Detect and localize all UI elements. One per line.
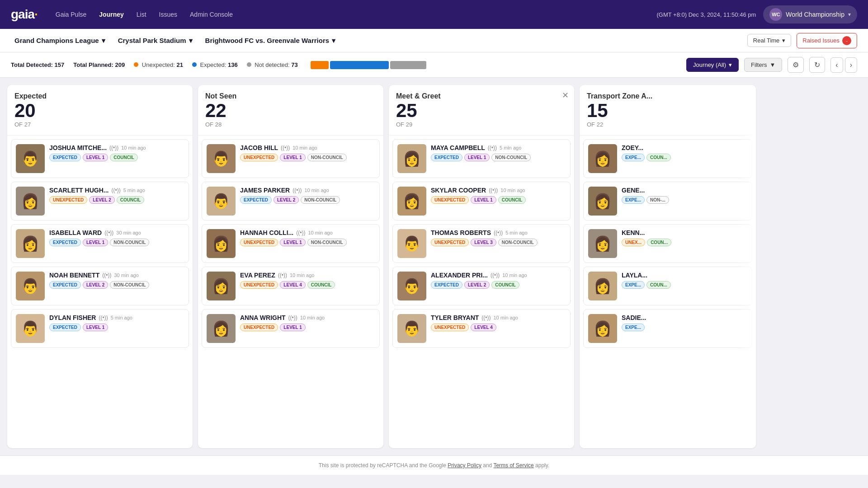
person-tags: UNEXPECTEDLEVEL 4COUNCIL [240, 281, 375, 289]
person-info: HANNAH COLLI... ((•)) 10 min ago UNEXPEC… [240, 229, 375, 246]
logo-text: gaia [11, 7, 34, 21]
person-card[interactable]: 👩 KENN... UNEX...COUN... [583, 224, 752, 263]
person-info: THOMAS ROBERTS ((•)) 5 min ago UNEXPECTE… [431, 229, 566, 246]
header-right: (GMT +8:0) Dec 3, 2024, 11:50:46 pm WC W… [657, 5, 858, 23]
person-info: LAYLA... EXPE...COUN... [622, 272, 747, 289]
avatar: 👩 [16, 229, 45, 258]
column-expected: Expected 20 OF 27 👨 JOSHUA MITCHE... ((•… [7, 85, 193, 448]
nav-admin-console[interactable]: Admin Console [190, 11, 233, 18]
tag: NON-COUNCIL [110, 281, 149, 289]
person-card[interactable]: 👩 MAYA CAMPBELL ((•)) 5 min ago EXPECTED… [392, 139, 571, 178]
real-time-button[interactable]: Real Time ▾ [747, 34, 792, 47]
tag: LEVEL 1 [280, 154, 305, 161]
time-ago: 5 min ago [111, 315, 132, 320]
person-name: TYLER BRYANT [431, 314, 479, 321]
person-tags: EXPE...COUN... [622, 281, 747, 289]
person-card[interactable]: 👨 JOSHUA MITCHE... ((•)) 10 min ago EXPE… [11, 139, 189, 178]
main-nav: Gaia Pulse Journey List Issues Admin Con… [56, 11, 657, 18]
person-card[interactable]: 👨 NOAH BENNETT ((•)) 30 min ago EXPECTED… [11, 267, 189, 305]
close-column-button[interactable]: ✕ [562, 90, 569, 100]
journey-filter-button[interactable]: Journey (All) ▾ [686, 58, 739, 72]
privacy-policy-link[interactable]: Privacy Policy [448, 462, 481, 469]
person-card[interactable]: 👩 SKYLAR COOPER ((•)) 10 min ago UNEXPEC… [392, 182, 571, 221]
avatar: 👩 [207, 229, 236, 258]
nav-gaia-pulse[interactable]: Gaia Pulse [56, 11, 86, 18]
person-card[interactable]: 👩 ANNA WRIGHT ((•)) 10 min ago UNEXPECTE… [202, 309, 380, 348]
person-tags: EXPECTEDLEVEL 1NON-COUNCIL [431, 154, 566, 161]
person-name: SADIE... [622, 314, 646, 321]
real-time-label: Real Time [753, 37, 780, 44]
person-card[interactable]: 👩 ZOEY... EXPE...COUN... [583, 139, 752, 178]
tag: COUNCIL [498, 196, 526, 204]
logo[interactable]: gaia· [11, 7, 38, 22]
column-of-not-seen: OF 28 [205, 121, 376, 128]
tag: UNEXPECTED [431, 324, 469, 331]
person-name: JAMES PARKER [240, 187, 290, 194]
time-ago: 5 min ago [123, 188, 145, 193]
settings-icon-button[interactable]: ⚙ [788, 57, 804, 73]
column-header-expected: Expected 20 OF 27 [7, 85, 193, 136]
total-planned-stat: Total Planned: 209 [73, 61, 125, 68]
person-card[interactable]: 👩 SADIE... EXPE... [583, 309, 752, 348]
column-header-transport-zone: Transport Zone A... 15 OF 22 [580, 85, 756, 136]
time-ago: 30 min ago [114, 272, 138, 278]
column-title-not-seen: Not Seen [205, 92, 376, 100]
person-name-row: SCARLETT HUGH... ((•)) 5 min ago [49, 187, 184, 194]
tag: LEVEL 4 [471, 324, 496, 331]
nav-list[interactable]: List [137, 11, 146, 18]
person-card[interactable]: 👩 HANNAH COLLI... ((•)) 10 min ago UNEXP… [202, 224, 380, 263]
person-card[interactable]: 👨 THOMAS ROBERTS ((•)) 5 min ago UNEXPEC… [392, 224, 571, 263]
person-name-row: DYLAN FISHER ((•)) 5 min ago [49, 314, 184, 321]
person-card[interactable]: 👩 ISABELLA WARD ((•)) 30 min ago EXPECTE… [11, 224, 189, 263]
nav-arrows: ‹ › [830, 57, 857, 73]
refresh-icon: ↻ [814, 61, 820, 69]
person-info: GENE... EXPE...NON-... [622, 187, 747, 204]
world-championship-selector[interactable]: WC World Championship ▾ [763, 5, 857, 23]
person-card[interactable]: 👨 JACOB HILL ((•)) 10 min ago UNEXPECTED… [202, 139, 380, 178]
stadium-dropdown[interactable]: Crystal Park Stadium ▾ [114, 34, 196, 47]
person-card[interactable]: 👩 GENE... EXPE...NON-... [583, 182, 752, 221]
person-name: EVA PEREZ [240, 272, 275, 279]
person-info: SADIE... EXPE... [622, 314, 747, 331]
person-name-row: TYLER BRYANT ((•)) 10 min ago [431, 314, 566, 321]
person-card[interactable]: 👨 ALEXANDER PRI... ((•)) 10 min ago EXPE… [392, 267, 571, 305]
tag: EXPE... [622, 154, 645, 161]
time-ago: 30 min ago [116, 230, 141, 235]
person-card[interactable]: 👩 EVA PEREZ ((•)) 10 min ago UNEXPECTEDL… [202, 267, 380, 305]
column-count-meet-greet: 25 [396, 100, 567, 121]
stats-controls: Journey (All) ▾ Filters ▼ ⚙ ↻ ‹ › [686, 57, 857, 73]
person-name-row: ZOEY... [622, 144, 747, 151]
tag: COUNCIL [491, 281, 519, 289]
tag: EXPECTED [240, 196, 272, 204]
refresh-button[interactable]: ↻ [809, 57, 825, 73]
filters-button[interactable]: Filters ▼ [744, 58, 782, 72]
person-name-row: HANNAH COLLI... ((•)) 10 min ago [240, 229, 375, 236]
tag: NON-COUNCIL [498, 239, 538, 246]
avatar: 👩 [588, 314, 617, 343]
person-card[interactable]: 👨 TYLER BRYANT ((•)) 10 min ago UNEXPECT… [392, 309, 571, 348]
journey-chevron-icon: ▾ [729, 61, 732, 68]
avatar: 👨 [397, 229, 426, 258]
nav-journey[interactable]: Journey [99, 11, 123, 18]
tag: LEVEL 2 [89, 196, 114, 204]
nav-issues[interactable]: Issues [159, 11, 177, 18]
terms-of-service-link[interactable]: Terms of Service [493, 462, 533, 469]
avatar: 👩 [397, 187, 426, 216]
person-card[interactable]: 👩 SCARLETT HUGH... ((•)) 5 min ago UNEXP… [11, 182, 189, 221]
person-card[interactable]: 👩 LAYLA... EXPE...COUN... [583, 267, 752, 305]
person-card[interactable]: 👨 JAMES PARKER ((•)) 10 min ago EXPECTED… [202, 182, 380, 221]
next-button[interactable]: › [845, 57, 857, 73]
tag: COUNCIL [117, 196, 145, 204]
tag: LEVEL 1 [280, 324, 305, 331]
person-card[interactable]: 👨 DYLAN FISHER ((•)) 5 min ago EXPECTEDL… [11, 309, 189, 348]
logo-dot: · [34, 7, 38, 21]
signal-icon: ((•)) [278, 272, 287, 278]
match-dropdown[interactable]: Brightwood FC vs. Greenvale Warriors ▾ [202, 34, 340, 47]
tag: EXPECTED [49, 324, 81, 331]
raised-issues-button[interactable]: Raised Issues - [797, 33, 857, 48]
league-dropdown[interactable]: Grand Champions League ▾ [11, 34, 109, 47]
avatar: 👨 [207, 187, 236, 216]
prev-button[interactable]: ‹ [830, 57, 843, 73]
signal-icon: ((•)) [494, 230, 503, 236]
person-name-row: JACOB HILL ((•)) 10 min ago [240, 144, 375, 151]
